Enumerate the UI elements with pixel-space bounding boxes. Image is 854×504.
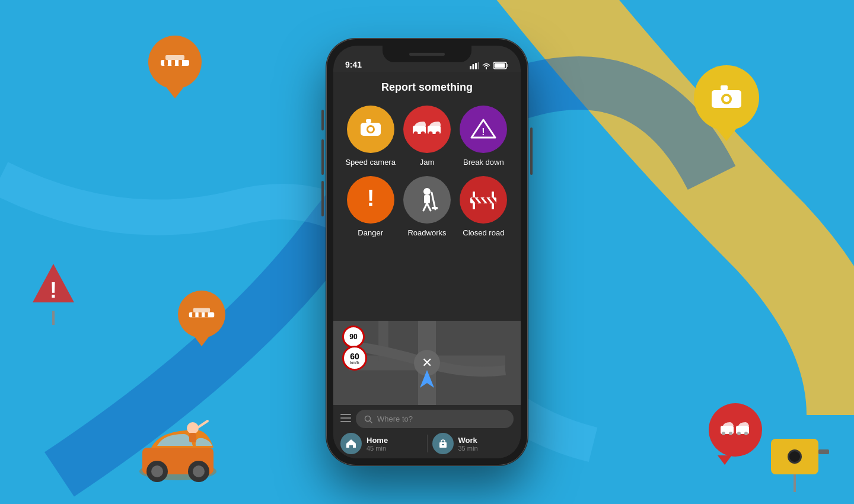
- svg-rect-13: [199, 312, 202, 317]
- svg-rect-32: [473, 64, 474, 69]
- home-icon-circle: [340, 433, 362, 454]
- map-area: 90 60 km/h ✕: [333, 321, 521, 405]
- search-placeholder: Where to?: [377, 414, 413, 423]
- report-title: Report something: [381, 81, 473, 94]
- svg-rect-34: [478, 62, 480, 69]
- speed-camera-label: Speed camera: [345, 158, 396, 167]
- work-icon-circle: [432, 433, 454, 454]
- roadworks-icon: [414, 187, 440, 213]
- speed-sign-90: 90: [342, 326, 365, 348]
- home-label: Home: [367, 436, 388, 445]
- roadworks-label: Roadworks: [407, 228, 446, 237]
- closed-road-label: Closed road: [463, 228, 504, 237]
- svg-rect-3: [179, 60, 182, 66]
- svg-point-19: [151, 465, 163, 477]
- destination-home[interactable]: Home 45 min: [340, 433, 422, 454]
- battery-icon: [493, 62, 509, 69]
- car-decoration: [130, 415, 225, 486]
- speed-camera-icon: [358, 118, 384, 141]
- closed-road-icon: [468, 189, 499, 210]
- svg-rect-1: [164, 60, 168, 66]
- wifi-icon: [482, 62, 491, 69]
- svg-rect-73: [340, 414, 351, 415]
- roadwork-bubble-bottom-left: [178, 291, 225, 338]
- svg-rect-14: [205, 312, 208, 317]
- svg-rect-67: [492, 192, 494, 197]
- breakdown-icon: !: [469, 119, 498, 140]
- speed-sign-60: 60 km/h: [342, 346, 367, 371]
- svg-point-26: [722, 432, 725, 435]
- svg-rect-8: [721, 85, 728, 90]
- work-icon: [438, 438, 448, 449]
- danger-label: Danger: [358, 228, 383, 237]
- svg-point-45: [420, 132, 425, 136]
- svg-point-48: [435, 132, 439, 136]
- report-item-breakdown[interactable]: ! Break down: [458, 106, 509, 167]
- phone-mockup: 9:41: [326, 39, 528, 465]
- svg-rect-57: [432, 207, 438, 209]
- navigation-arrow: [420, 370, 434, 390]
- svg-point-30: [744, 432, 748, 435]
- svg-rect-79: [442, 444, 444, 445]
- svg-rect-15: [193, 308, 210, 312]
- report-item-jam[interactable]: Jam: [401, 106, 452, 167]
- svg-rect-65: [492, 203, 494, 209]
- svg-rect-75: [340, 421, 351, 422]
- svg-rect-37: [495, 63, 505, 68]
- work-time: 35 min: [458, 445, 478, 452]
- svg-rect-66: [473, 192, 475, 197]
- svg-point-47: [428, 132, 432, 136]
- svg-point-29: [737, 432, 741, 435]
- svg-rect-4: [165, 55, 184, 60]
- svg-rect-42: [377, 125, 381, 127]
- status-time: 9:41: [345, 60, 362, 69]
- search-row: Where to?: [333, 405, 521, 433]
- svg-line-54: [423, 203, 427, 210]
- danger-circle: !: [347, 176, 394, 224]
- bottom-bar: Where to? Home 45 min: [333, 405, 521, 458]
- work-info: Work 35 min: [458, 436, 478, 452]
- svg-rect-2: [171, 60, 175, 66]
- report-item-roadworks[interactable]: Roadworks: [401, 176, 452, 237]
- svg-point-52: [423, 188, 431, 195]
- svg-line-56: [432, 193, 435, 209]
- camera-decoration-right: [771, 439, 818, 474]
- roadwork-bubble-top-left: [148, 36, 202, 89]
- destination-work[interactable]: Work 35 min: [432, 433, 514, 454]
- phone-outer-frame: 9:41: [326, 39, 528, 465]
- roadworks-circle: [403, 176, 451, 224]
- jam-circle: [403, 106, 451, 153]
- home-time: 45 min: [367, 445, 388, 452]
- danger-icon: !: [364, 187, 378, 213]
- hamburger-menu-icon[interactable]: [340, 414, 351, 425]
- home-info: Home 45 min: [367, 436, 388, 452]
- destinations-row: Home 45 min: [333, 433, 521, 458]
- svg-rect-74: [340, 417, 351, 419]
- svg-text:!: !: [482, 127, 485, 137]
- breakdown-label: Break down: [463, 158, 504, 167]
- home-icon: [346, 438, 356, 449]
- report-item-danger[interactable]: ! Danger: [345, 176, 396, 237]
- report-item-closed-road[interactable]: Closed road: [458, 176, 509, 237]
- svg-rect-12: [192, 312, 195, 317]
- status-icons: [470, 62, 509, 69]
- svg-line-23: [199, 421, 208, 427]
- svg-rect-33: [475, 63, 477, 69]
- svg-text:!: !: [50, 278, 57, 302]
- svg-line-55: [427, 203, 431, 210]
- report-panel: Report something: [333, 72, 521, 321]
- work-label: Work: [458, 436, 478, 445]
- destinations-divider: [427, 435, 428, 452]
- jam-bubble-decoration: [709, 403, 762, 457]
- jam-label: Jam: [420, 158, 435, 167]
- svg-point-40: [368, 127, 373, 132]
- svg-line-77: [370, 420, 372, 423]
- svg-rect-24: [189, 433, 196, 442]
- svg-rect-36: [507, 64, 508, 67]
- speed-camera-circle: [347, 106, 394, 153]
- svg-rect-41: [366, 119, 371, 123]
- signal-icon: [470, 62, 479, 69]
- report-item-speed-camera[interactable]: Speed camera: [345, 106, 396, 167]
- search-bar[interactable]: Where to?: [356, 410, 514, 428]
- svg-rect-31: [470, 66, 471, 69]
